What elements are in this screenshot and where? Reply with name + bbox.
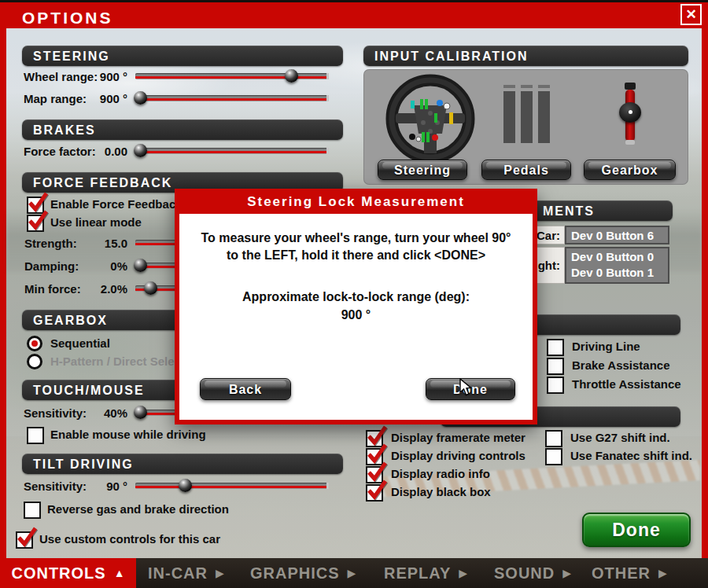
g27-shift-checkbox[interactable] [545,430,562,447]
binding-line: Dev 0 Button 1 [571,265,663,281]
display-blackbox-label: Display black box [391,485,491,498]
tab-label: REPLAY [384,564,451,582]
steering-wheel-icon [382,74,478,164]
adjustment-right-binding[interactable]: Dev 0 Button 0 Dev 0 Button 1 [565,247,669,284]
arrow-right-icon: ▶ [459,567,467,579]
damping-value: 0% [79,259,127,273]
check-icon [364,478,388,502]
min-force-value: 2.0% [79,282,127,296]
options-window: OPTIONS ✕ STEERING Wheel range: 900 ° Ma… [0,0,708,588]
tab-graphics[interactable]: GRAPHICS ▶ [250,558,356,588]
min-force-slider-thumb[interactable] [144,281,157,295]
section-header-steering: STEERING [22,46,343,66]
dialog-body: To measure your wheel's range, turn your… [179,214,533,420]
brake-assistance-label: Brake Assistance [572,358,670,372]
tab-sound[interactable]: SOUND ▶ [494,558,571,588]
reverse-gas-brake-checkbox[interactable] [24,502,41,519]
mouse-cursor-icon [459,378,474,397]
dialog-instruction-line1: To measure your wheel's range, turn your… [179,231,533,245]
map-range-label: Map range: [24,92,87,105]
brake-assistance-checkbox[interactable] [547,358,564,375]
enable-force-feedback-label: Enable Force Feedback [50,197,183,211]
section-header-tilt-driving: TILT DRIVING [22,454,343,474]
tab-in-car[interactable]: IN-CAR ▶ [148,558,224,588]
tab-label: CONTROLS [11,564,105,582]
fanatec-shift-label: Use Fanatec shift ind. [570,449,692,462]
throttle-assistance-label: Throttle Assistance [572,377,681,391]
calibrate-steering-button[interactable]: Steering [378,160,467,180]
touch-sensitivity-value: 40% [79,406,127,420]
gearbox-sequential-radio[interactable] [27,336,42,351]
custom-controls-label: Use custom controls for this car [39,532,220,546]
enable-mouse-label: Enable mouse while driving [50,428,206,441]
use-linear-mode-label: Use linear mode [50,215,142,229]
dialog-range-value: 900 ° [179,308,533,322]
tab-label: IN-CAR [148,564,208,582]
dialog-back-button[interactable]: Back [200,378,291,400]
arrow-right-icon: ▶ [658,567,667,579]
g27-shift-label: Use G27 shift ind. [570,431,670,444]
tab-label: GRAPHICS [250,564,340,582]
gearbox-sequential-label: Sequential [50,336,110,350]
driving-line-checkbox[interactable] [547,339,564,356]
custom-controls-checkbox[interactable] [16,531,33,549]
tab-label: SOUND [494,564,555,582]
damping-label: Damping: [24,259,79,273]
gearbox-hpattern-radio[interactable] [27,354,42,369]
check-icon [25,208,49,232]
min-force-label: Min force: [24,282,81,296]
reverse-gas-brake-label: Reverse gas and brake direction [47,502,229,516]
check-icon [14,525,38,549]
display-radio-label: Display radio info [391,467,490,480]
enable-mouse-checkbox[interactable] [27,427,44,444]
close-button[interactable]: ✕ [680,4,702,25]
wheel-range-value: 900 ° [79,70,127,83]
tab-replay[interactable]: REPLAY ▶ [384,558,467,588]
close-icon: ✕ [685,6,696,23]
throttle-assistance-checkbox[interactable] [547,377,564,394]
dialog-instruction-line2: to the LEFT, hold it there and click <DO… [179,248,533,263]
display-framerate-label: Display framerate meter [391,431,525,444]
adjustment-car-binding[interactable]: Dev 0 Button 6 [565,226,669,244]
title-bar: OPTIONS [0,0,708,28]
tab-label: OTHER [592,564,651,582]
arrow-right-icon: ▶ [216,567,224,579]
map-range-slider[interactable] [135,95,329,101]
bottom-tab-bar: CONTROLS ▲ IN-CAR ▶ GRAPHICS ▶ REPLAY ▶ … [0,558,708,588]
tilt-sensitivity-label: Sensitivity: [24,480,87,493]
touch-sensitivity-label: Sensitivity: [24,406,87,420]
map-range-value: 900 ° [79,92,127,105]
calibrate-pedals-button[interactable]: Pedals [481,160,571,180]
strength-label: Strength: [24,237,77,250]
done-button[interactable]: Done [582,513,691,547]
section-header-brakes: BRAKES [22,119,343,140]
arrow-up-icon: ▲ [114,567,125,579]
driving-line-label: Driving Line [572,340,640,353]
tilt-sensitivity-slider-thumb[interactable] [179,479,192,492]
dialog-range-label: Approximate lock-to-lock range (deg): [179,290,533,304]
gearbox-hpattern-label: H-Pattern / Direct Sele [50,355,175,368]
dialog-title: Steering Lock Measurement [175,189,537,214]
arrow-right-icon: ▶ [348,567,356,579]
force-factor-value: 0.00 [79,145,127,158]
use-linear-mode-checkbox[interactable] [27,215,44,232]
strength-value: 15.0 [79,237,127,250]
tilt-sensitivity-slider[interactable] [135,483,329,489]
binding-line: Dev 0 Button 0 [571,249,663,265]
section-header-input-calibration: INPUT CALIBRATION [363,46,688,66]
tab-other[interactable]: OTHER ▶ [592,558,667,588]
tilt-sensitivity-value: 90 ° [79,480,127,493]
tab-controls[interactable]: CONTROLS ▲ [0,558,136,588]
display-blackbox-checkbox[interactable] [366,484,383,502]
steering-lock-dialog: Steering Lock Measurement To measure you… [175,189,537,424]
calibrate-gearbox-button[interactable]: Gearbox [584,160,676,180]
window-title: OPTIONS [22,9,113,28]
fanatec-shift-checkbox[interactable] [545,448,562,465]
display-controls-label: Display driving controls [391,449,525,462]
arrow-right-icon: ▶ [562,567,571,579]
force-factor-slider[interactable] [135,148,329,154]
wheel-range-slider[interactable] [135,73,329,79]
